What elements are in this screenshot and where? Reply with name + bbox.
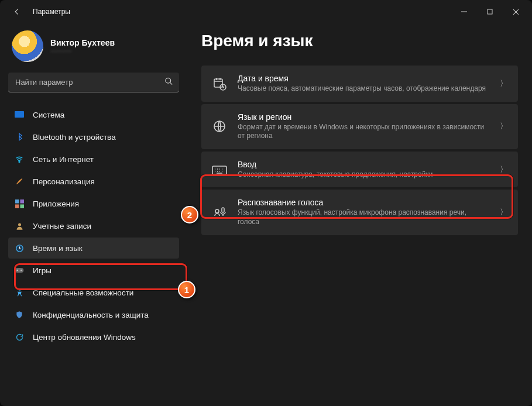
wifi-icon bbox=[14, 154, 25, 164]
card-language-region[interactable]: Язык и регион Формат дат и времени в Win… bbox=[201, 104, 518, 149]
person-icon bbox=[14, 221, 25, 231]
window-title: Параметры bbox=[33, 8, 70, 16]
svg-rect-6 bbox=[15, 204, 19, 208]
sidebar-item-label: Время и язык bbox=[33, 244, 83, 253]
mic-icon bbox=[212, 205, 227, 220]
sidebar-item-label: Конфиденциальность и защита bbox=[33, 311, 149, 319]
svg-point-13 bbox=[18, 289, 20, 291]
shield-icon bbox=[14, 309, 25, 320]
window-controls bbox=[451, 3, 528, 20]
settings-window: Параметры Виктор Бухтеев ············ bbox=[0, 0, 532, 406]
chevron-right-icon: 〉 bbox=[500, 207, 507, 218]
card-title: Язык и регион bbox=[238, 112, 489, 122]
search-input[interactable] bbox=[8, 73, 179, 92]
avatar bbox=[12, 30, 43, 62]
system-icon bbox=[14, 109, 25, 120]
sidebar-item-update[interactable]: Центр обновления Windows bbox=[8, 326, 179, 347]
accessibility-icon bbox=[14, 287, 25, 298]
svg-rect-7 bbox=[20, 204, 24, 208]
sidebar-item-bluetooth[interactable]: Bluetooth и устройства bbox=[8, 126, 179, 147]
sidebar: Виктор Бухтеев ············ Система Blue… bbox=[0, 23, 187, 406]
sidebar-item-label: Приложения bbox=[33, 199, 79, 208]
svg-rect-14 bbox=[214, 79, 222, 87]
apps-icon bbox=[14, 198, 25, 209]
user-card[interactable]: Виктор Бухтеев ············ bbox=[8, 27, 179, 73]
sidebar-item-label: Персонализация bbox=[33, 177, 95, 186]
sidebar-item-time-language[interactable]: Время и язык bbox=[8, 238, 179, 259]
chevron-right-icon: 〉 bbox=[500, 164, 507, 175]
svg-rect-19 bbox=[222, 208, 224, 212]
minimize-button[interactable] bbox=[451, 3, 477, 20]
card-subtitle: Язык голосовых функций, настройка микроф… bbox=[238, 208, 489, 226]
titlebar: Параметры bbox=[0, 0, 532, 23]
clock-icon bbox=[14, 243, 25, 253]
svg-point-12 bbox=[20, 270, 22, 271]
svg-rect-0 bbox=[488, 9, 492, 14]
maximize-button[interactable] bbox=[477, 3, 503, 20]
card-date-time[interactable]: Дата и время Часовые пояса, автоматическ… bbox=[201, 66, 518, 102]
card-subtitle: Формат дат и времени в Windows и некотор… bbox=[238, 123, 489, 141]
nav-list: Система Bluetooth и устройства Сеть и Ин… bbox=[8, 104, 179, 347]
card-title: Дата и время bbox=[238, 74, 489, 83]
bluetooth-icon bbox=[14, 132, 25, 142]
keyboard-icon bbox=[212, 162, 227, 177]
sidebar-item-label: Система bbox=[33, 111, 64, 119]
sidebar-item-label: Bluetooth и устройства bbox=[33, 133, 116, 142]
sidebar-item-apps[interactable]: Приложения bbox=[8, 193, 179, 214]
user-email: ············ bbox=[50, 47, 115, 54]
sidebar-item-label: Сеть и Интернет bbox=[33, 155, 94, 164]
card-subtitle: Сенсорная клавиатура, текстовые предложе… bbox=[238, 170, 489, 180]
back-button[interactable] bbox=[8, 3, 26, 20]
game-icon bbox=[14, 265, 25, 276]
sidebar-item-label: Центр обновления Windows bbox=[33, 333, 136, 342]
sidebar-item-gaming[interactable]: Игры bbox=[8, 260, 179, 281]
sidebar-item-label: Специальные возможности bbox=[33, 288, 133, 297]
svg-point-3 bbox=[19, 161, 20, 163]
svg-point-8 bbox=[18, 223, 21, 226]
sidebar-item-accounts[interactable]: Учетные записи bbox=[8, 215, 179, 236]
card-title: Распознавание голоса bbox=[238, 198, 489, 207]
card-title: Ввод bbox=[238, 160, 489, 169]
svg-point-11 bbox=[16, 270, 18, 271]
card-typing[interactable]: Ввод Сенсорная клавиатура, текстовые пре… bbox=[201, 152, 518, 188]
update-icon bbox=[14, 332, 25, 342]
brush-icon bbox=[14, 176, 25, 187]
sidebar-item-label: Игры bbox=[33, 266, 52, 275]
sidebar-item-privacy[interactable]: Конфиденциальность и защита bbox=[8, 304, 179, 325]
close-button[interactable] bbox=[503, 3, 528, 20]
calendar-clock-icon bbox=[212, 76, 227, 91]
svg-point-18 bbox=[215, 209, 219, 213]
chevron-right-icon: 〉 bbox=[500, 78, 507, 89]
sidebar-item-accessibility[interactable]: Специальные возможности bbox=[8, 282, 179, 303]
main-panel: Время и язык Дата и время Часовые пояса,… bbox=[187, 23, 532, 406]
content-area: Виктор Бухтеев ············ Система Blue… bbox=[0, 23, 532, 406]
sidebar-item-system[interactable]: Система bbox=[8, 104, 179, 125]
user-name: Виктор Бухтеев bbox=[50, 38, 115, 47]
svg-rect-10 bbox=[15, 268, 24, 273]
settings-card-list: Дата и время Часовые пояса, автоматическ… bbox=[201, 66, 518, 235]
page-title: Время и язык bbox=[201, 32, 518, 50]
svg-rect-2 bbox=[15, 111, 24, 118]
sidebar-item-personalization[interactable]: Персонализация bbox=[8, 171, 179, 192]
sidebar-item-network[interactable]: Сеть и Интернет bbox=[8, 149, 179, 170]
svg-rect-5 bbox=[20, 199, 24, 204]
chevron-right-icon: 〉 bbox=[500, 121, 507, 132]
svg-rect-4 bbox=[15, 199, 19, 204]
card-subtitle: Часовые пояса, автоматические параметры … bbox=[238, 84, 489, 94]
search-field bbox=[8, 73, 179, 92]
sidebar-item-label: Учетные записи bbox=[33, 222, 91, 230]
globe-lang-icon bbox=[212, 119, 227, 134]
card-speech[interactable]: Распознавание голоса Язык голосовых функ… bbox=[201, 190, 518, 235]
